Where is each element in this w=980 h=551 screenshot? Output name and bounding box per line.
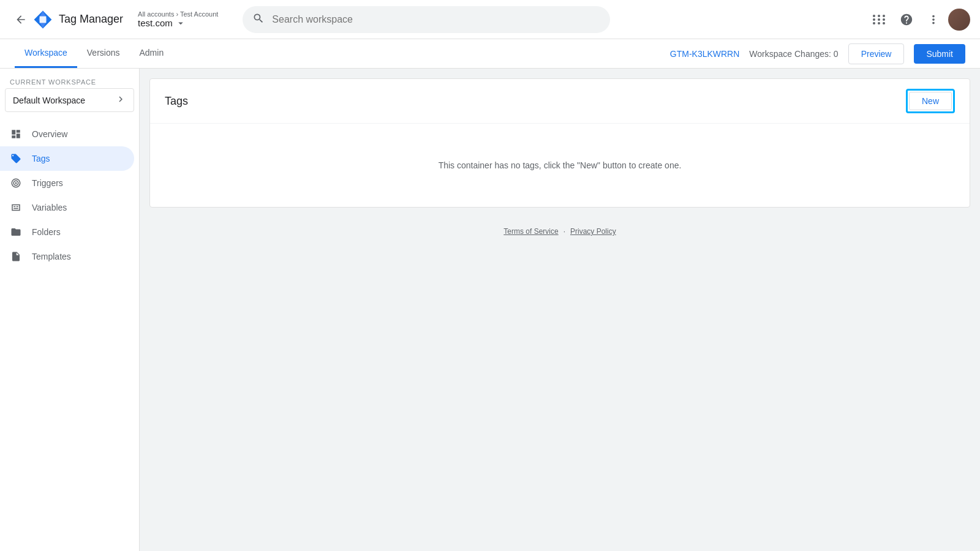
- terms-of-service-link[interactable]: Terms of Service: [503, 227, 558, 236]
- sidebar-item-templates[interactable]: Templates: [0, 244, 134, 269]
- workspace-chevron-icon: [115, 94, 126, 107]
- svg-rect-5: [13, 208, 18, 209]
- variables-icon: [10, 201, 22, 214]
- folders-icon: [10, 226, 22, 238]
- back-button[interactable]: [10, 9, 32, 31]
- logo-area: Tag Manager: [32, 9, 123, 31]
- triggers-icon: [10, 177, 22, 189]
- account-selector[interactable]: test.com: [138, 18, 218, 29]
- workspace-changes: Workspace Changes: 0: [749, 49, 838, 59]
- sidebar-item-label-overview: Overview: [32, 129, 67, 139]
- search-input[interactable]: [272, 14, 600, 25]
- top-right-actions: [867, 7, 970, 32]
- sidebar-item-label-triggers: Triggers: [32, 178, 63, 188]
- account-info: All accounts › Test Account test.com: [138, 10, 218, 29]
- grid-apps-icon: [873, 15, 886, 24]
- workspace-selector[interactable]: Default Workspace: [5, 88, 134, 112]
- tags-header: Tags New: [150, 79, 970, 124]
- container-id[interactable]: GTM-K3LKWRRN: [670, 49, 740, 59]
- overview-icon: [10, 128, 22, 140]
- sidebar-item-variables[interactable]: Variables: [0, 195, 134, 220]
- privacy-policy-link[interactable]: Privacy Policy: [570, 227, 616, 236]
- tags-icon: [10, 152, 22, 165]
- tags-panel: Tags New This container has no tags, cli…: [149, 78, 970, 208]
- app-name: Tag Manager: [59, 13, 123, 26]
- avatar[interactable]: [948, 9, 970, 31]
- more-options-button[interactable]: [921, 7, 946, 32]
- sidebar-nav: Overview Tags: [0, 117, 139, 274]
- tags-empty-message: This container has no tags, click the "N…: [150, 124, 970, 207]
- workspace-name: Default Workspace: [13, 96, 85, 105]
- tab-versions[interactable]: Versions: [77, 39, 130, 68]
- sidebar: CURRENT WORKSPACE Default Workspace Over…: [0, 69, 140, 551]
- breadcrumb: All accounts › Test Account: [138, 10, 218, 18]
- sidebar-item-label-tags: Tags: [32, 154, 50, 163]
- search-icon: [252, 12, 265, 26]
- current-workspace-label: CURRENT WORKSPACE: [0, 69, 139, 88]
- main-layout: CURRENT WORKSPACE Default Workspace Over…: [0, 69, 980, 551]
- sidebar-item-overview[interactable]: Overview: [0, 122, 134, 146]
- top-bar: Tag Manager All accounts › Test Account …: [0, 0, 980, 39]
- search-bar: [243, 6, 610, 33]
- new-tag-button[interactable]: New: [909, 92, 952, 110]
- tab-admin[interactable]: Admin: [129, 39, 173, 68]
- submit-button[interactable]: Submit: [914, 44, 965, 64]
- secondary-nav: Workspace Versions Admin GTM-K3LKWRRN Wo…: [0, 39, 980, 69]
- footer: Terms of Service · Privacy Policy: [140, 217, 980, 246]
- all-accounts-link[interactable]: All accounts: [138, 10, 174, 18]
- preview-button[interactable]: Preview: [848, 43, 905, 64]
- new-button-wrapper: New: [906, 89, 955, 113]
- logo-icon: [32, 9, 54, 31]
- sidebar-item-label-variables: Variables: [32, 203, 67, 212]
- grid-apps-button[interactable]: [867, 7, 892, 32]
- help-button[interactable]: [894, 7, 919, 32]
- tab-workspace[interactable]: Workspace: [15, 39, 77, 68]
- sidebar-item-folders[interactable]: Folders: [0, 220, 134, 244]
- help-icon: [900, 13, 913, 26]
- sidebar-item-tags[interactable]: Tags: [0, 146, 134, 171]
- sidebar-item-label-folders: Folders: [32, 227, 61, 237]
- sidebar-item-label-templates: Templates: [32, 252, 71, 261]
- svg-rect-3: [13, 206, 15, 208]
- sidebar-item-triggers[interactable]: Triggers: [0, 171, 134, 195]
- more-vert-icon: [927, 13, 940, 26]
- templates-icon: [10, 250, 22, 263]
- svg-rect-4: [17, 206, 18, 208]
- svg-point-2: [15, 182, 17, 184]
- tags-title: Tags: [165, 95, 188, 108]
- dropdown-icon: [175, 18, 186, 29]
- nav-tabs: Workspace Versions Admin: [15, 39, 173, 68]
- nav-right: GTM-K3LKWRRN Workspace Changes: 0 Previe…: [670, 43, 965, 64]
- content-area: Tags New This container has no tags, cli…: [140, 69, 980, 551]
